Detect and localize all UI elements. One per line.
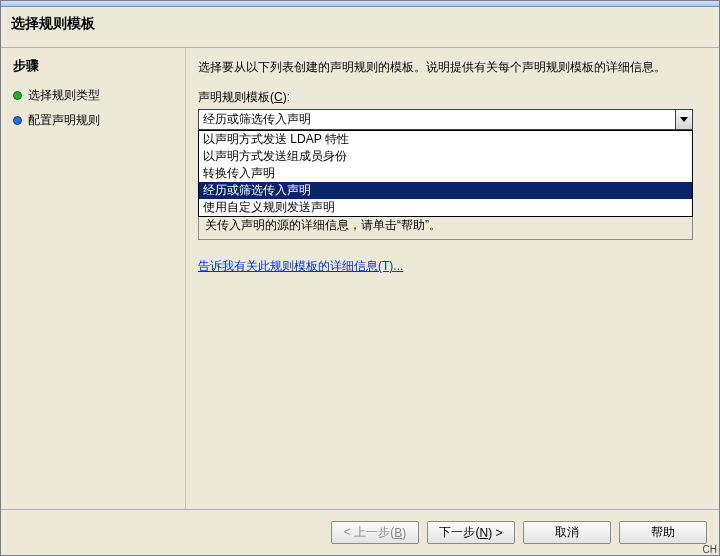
next-hot: N: [479, 526, 488, 540]
combo-selected-text: 经历或筛选传入声明: [199, 111, 675, 128]
prev-hot: B: [394, 526, 402, 540]
instruction-text: 选择要从以下列表创建的声明规则的模板。说明提供有关每个声明规则模板的详细信息。: [198, 58, 707, 77]
step-select-rule-type: 选择规则类型: [13, 87, 173, 104]
combo-dropdown-button[interactable]: [675, 110, 692, 129]
cancel-button[interactable]: 取消: [523, 521, 611, 544]
prev-pre: < 上一步(: [344, 524, 394, 541]
next-pre: 下一步(: [439, 524, 479, 541]
combo-label-post: ):: [283, 90, 290, 104]
more-info-link[interactable]: 告诉我有关此规则模板的详细信息(T)...: [198, 259, 403, 273]
ime-indicator: CH: [701, 544, 719, 555]
wizard-title: 选择规则模板: [1, 7, 719, 47]
combo-label: 声明规则模板(C):: [198, 89, 707, 106]
sidebar-heading: 步骤: [13, 58, 173, 75]
combo-label-pre: 声明规则模板(: [198, 90, 274, 104]
help-button[interactable]: 帮助: [619, 521, 707, 544]
chevron-down-icon: [680, 117, 688, 122]
body: 步骤 选择规则类型 配置声明规则 选择要从以下列表创建的声明规则的模板。说明提供…: [1, 48, 719, 509]
step-label: 配置声明规则: [28, 112, 100, 129]
prev-post: ): [402, 526, 406, 540]
footer: < 上一步(B) 下一步(N) > 取消 帮助: [1, 509, 719, 555]
combo-option[interactable]: 以声明方式发送组成员身份: [199, 148, 692, 165]
template-combo[interactable]: 经历或筛选传入声明 以声明方式发送 LDAP 特性 以声明方式发送组成员身份 转…: [198, 109, 693, 130]
combo-option[interactable]: 以声明方式发送 LDAP 特性: [199, 131, 692, 148]
step-bullet-current-icon: [13, 116, 22, 125]
combo-box[interactable]: 经历或筛选传入声明: [198, 109, 693, 130]
next-post: ) >: [488, 526, 502, 540]
combo-option[interactable]: 转换传入声明: [199, 165, 692, 182]
step-bullet-done-icon: [13, 91, 22, 100]
wizard-window: 选择规则模板 步骤 选择规则类型 配置声明规则 选择要从以下列表创建的声明规则的…: [0, 0, 720, 556]
main-panel: 选择要从以下列表创建的声明规则的模板。说明提供有关每个声明规则模板的详细信息。 …: [186, 48, 719, 509]
step-label: 选择规则类型: [28, 87, 100, 104]
sidebar: 步骤 选择规则类型 配置声明规则: [1, 48, 186, 509]
combo-label-hotkey: C: [274, 90, 283, 104]
step-config-claims: 配置声明规则: [13, 112, 173, 129]
combo-option-selected[interactable]: 经历或筛选传入声明: [199, 182, 692, 199]
desc-line-5: 关传入声明的源的详细信息，请单击“帮助”。: [205, 217, 686, 233]
combo-dropdown-list[interactable]: 以声明方式发送 LDAP 特性 以声明方式发送组成员身份 转换传入声明 经历或筛…: [198, 130, 693, 217]
next-button[interactable]: 下一步(N) >: [427, 521, 515, 544]
combo-option[interactable]: 使用自定义规则发送声明: [199, 199, 692, 216]
prev-button: < 上一步(B): [331, 521, 419, 544]
more-info-link-row: 告诉我有关此规则模板的详细信息(T)...: [198, 258, 707, 275]
